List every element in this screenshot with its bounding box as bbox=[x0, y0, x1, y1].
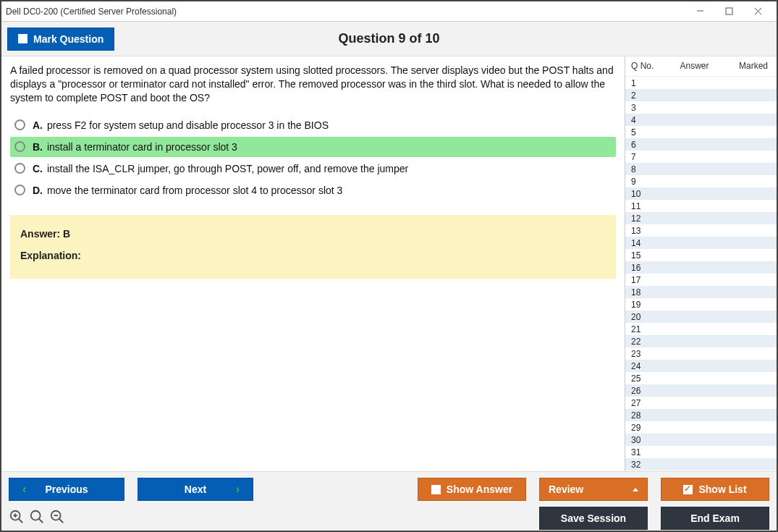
question-row[interactable]: 28 bbox=[625, 409, 777, 421]
question-list[interactable]: 1234567891011121314151617181920212223242… bbox=[625, 76, 777, 471]
topbar: Mark Question Question 9 of 10 bbox=[1, 22, 777, 56]
question-text: A failed processor is removed on a quad … bbox=[10, 64, 616, 105]
question-row[interactable]: 11 bbox=[625, 200, 777, 212]
qno-cell: 2 bbox=[631, 90, 660, 101]
qno-cell: 31 bbox=[631, 447, 660, 457]
question-row[interactable]: 14 bbox=[625, 237, 777, 249]
svg-line-5 bbox=[19, 518, 23, 523]
next-button[interactable]: Next › bbox=[138, 478, 253, 501]
question-row[interactable]: 29 bbox=[625, 421, 777, 434]
option-c[interactable]: C. install the ISA_CLR jumper, go throug… bbox=[10, 159, 616, 179]
previous-button[interactable]: ‹ Previous bbox=[9, 478, 124, 501]
zoom-reset-button[interactable] bbox=[29, 509, 45, 528]
mark-question-button[interactable]: Mark Question bbox=[7, 28, 114, 51]
magnifier-icon bbox=[29, 509, 45, 525]
footer: ‹ Previous Next › Show Answer Review Sho… bbox=[1, 471, 777, 531]
option-a[interactable]: A. press F2 for system setup and disable… bbox=[10, 115, 616, 135]
question-row[interactable]: 17 bbox=[625, 274, 777, 286]
qno-cell: 27 bbox=[631, 398, 660, 408]
show-answer-button[interactable]: Show Answer bbox=[418, 478, 526, 501]
main-panel: A failed processor is removed on a quad … bbox=[1, 56, 625, 471]
question-row[interactable]: 31 bbox=[625, 446, 777, 458]
qno-cell: 8 bbox=[631, 164, 660, 174]
minimize-icon bbox=[696, 7, 704, 15]
question-row[interactable]: 4 bbox=[625, 114, 777, 126]
qno-cell: 17 bbox=[631, 275, 660, 285]
col-marked: Marked bbox=[729, 61, 772, 71]
question-row[interactable]: 12 bbox=[625, 212, 777, 224]
question-row[interactable]: 26 bbox=[625, 384, 777, 397]
question-row[interactable]: 21 bbox=[625, 323, 777, 335]
option-label: D. move the terminator card from process… bbox=[33, 185, 342, 196]
question-row[interactable]: 23 bbox=[625, 347, 777, 360]
question-row[interactable]: 20 bbox=[625, 311, 777, 323]
qno-cell: 1 bbox=[631, 78, 660, 88]
show-list-label: Show List bbox=[698, 484, 746, 495]
question-heading: Question 9 of 10 bbox=[1, 31, 777, 46]
qno-cell: 28 bbox=[631, 410, 660, 421]
question-row[interactable]: 6 bbox=[625, 138, 777, 151]
question-row[interactable]: 22 bbox=[625, 335, 777, 347]
question-row[interactable]: 24 bbox=[625, 360, 777, 372]
window-title: Dell DC0-200 (Certified Server Professio… bbox=[6, 7, 177, 17]
question-row[interactable]: 19 bbox=[625, 298, 777, 311]
question-row[interactable]: 2 bbox=[625, 89, 777, 101]
qno-cell: 9 bbox=[631, 177, 660, 187]
question-row[interactable]: 27 bbox=[625, 397, 777, 409]
checkbox-icon bbox=[18, 34, 28, 43]
question-row[interactable]: 30 bbox=[625, 434, 777, 446]
checkbox-icon bbox=[431, 485, 441, 494]
minimize-button[interactable] bbox=[685, 2, 714, 21]
side-header: Q No. Answer Marked bbox=[625, 56, 777, 76]
radio-icon bbox=[14, 185, 25, 195]
option-d[interactable]: D. move the terminator card from process… bbox=[10, 180, 616, 200]
next-label: Next bbox=[185, 484, 206, 495]
question-row[interactable]: 25 bbox=[625, 372, 777, 384]
question-row[interactable]: 9 bbox=[625, 175, 777, 187]
question-row[interactable]: 18 bbox=[625, 286, 777, 298]
question-row[interactable]: 5 bbox=[625, 126, 777, 138]
question-row[interactable]: 16 bbox=[625, 261, 777, 274]
app-window: Dell DC0-200 (Certified Server Professio… bbox=[0, 0, 778, 532]
review-label: Review bbox=[549, 484, 583, 495]
chevron-left-icon: ‹ bbox=[22, 483, 26, 496]
maximize-button[interactable] bbox=[714, 2, 743, 21]
question-row[interactable]: 13 bbox=[625, 224, 777, 237]
qno-cell: 4 bbox=[631, 115, 660, 125]
footer-row-2: Save Session End Exam bbox=[9, 507, 769, 530]
zoom-in-button[interactable] bbox=[9, 509, 25, 528]
qno-cell: 24 bbox=[631, 361, 660, 371]
option-label: B. install a terminator card in processo… bbox=[33, 141, 237, 153]
review-button[interactable]: Review bbox=[539, 478, 648, 501]
end-exam-label: End Exam bbox=[690, 512, 740, 524]
options-list: A. press F2 for system setup and disable… bbox=[10, 115, 616, 200]
answer-line: Answer: B bbox=[20, 228, 606, 240]
question-row[interactable]: 15 bbox=[625, 249, 777, 261]
svg-line-11 bbox=[59, 518, 64, 523]
titlebar: Dell DC0-200 (Certified Server Professio… bbox=[1, 1, 777, 22]
question-row[interactable]: 3 bbox=[625, 101, 777, 114]
qno-cell: 14 bbox=[631, 238, 660, 248]
qno-cell: 13 bbox=[631, 226, 660, 236]
question-row[interactable]: 32 bbox=[625, 458, 777, 470]
zoom-out-button[interactable] bbox=[49, 509, 65, 528]
save-session-button[interactable]: Save Session bbox=[539, 507, 648, 530]
radio-icon bbox=[14, 163, 25, 174]
close-button[interactable] bbox=[743, 2, 772, 21]
qno-cell: 26 bbox=[631, 386, 660, 396]
show-answer-label: Show Answer bbox=[447, 484, 512, 495]
chevron-right-icon: › bbox=[236, 483, 240, 496]
question-row[interactable]: 8 bbox=[625, 163, 777, 175]
show-list-button[interactable]: Show List bbox=[661, 478, 769, 501]
question-row[interactable]: 1 bbox=[625, 77, 777, 89]
question-row[interactable]: 10 bbox=[625, 187, 777, 200]
option-b[interactable]: B. install a terminator card in processo… bbox=[10, 137, 616, 157]
close-icon bbox=[754, 7, 762, 15]
end-exam-button[interactable]: End Exam bbox=[661, 507, 769, 530]
previous-label: Previous bbox=[45, 484, 88, 495]
maximize-icon bbox=[725, 7, 733, 15]
qno-cell: 5 bbox=[631, 127, 660, 138]
qno-cell: 15 bbox=[631, 250, 660, 261]
qno-cell: 18 bbox=[631, 287, 660, 297]
question-row[interactable]: 7 bbox=[625, 151, 777, 163]
